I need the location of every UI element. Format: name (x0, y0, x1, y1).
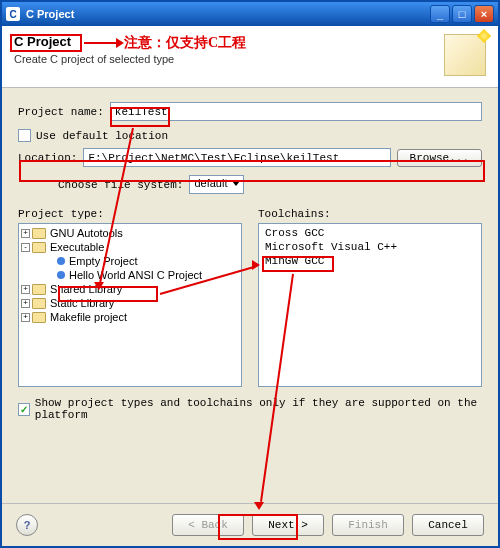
use-default-location-label: Use default location (36, 130, 168, 142)
expand-icon[interactable]: + (21, 313, 30, 322)
tree-node-hello-world[interactable]: Hello World ANSI C Project (69, 269, 202, 281)
toolchains-label: Toolchains: (258, 208, 482, 220)
project-type-label: Project type: (18, 208, 242, 220)
minimize-button[interactable]: _ (430, 5, 450, 23)
project-name-input[interactable] (110, 102, 482, 121)
show-supported-only-label: Show project types and toolchains only i… (35, 397, 482, 421)
project-type-tree[interactable]: +GNU Autotools -Executable Empty Project… (18, 223, 242, 387)
finish-button[interactable]: Finish (332, 514, 404, 536)
file-system-label: Choose file system: (58, 179, 183, 191)
folder-icon (32, 312, 46, 323)
tree-node-executable[interactable]: Executable (50, 241, 104, 253)
collapse-icon[interactable]: - (21, 243, 30, 252)
folder-icon (32, 298, 46, 309)
wizard-icon (444, 34, 486, 76)
location-input[interactable] (83, 148, 390, 167)
page-title: C Project (14, 34, 71, 49)
tree-node-static-library[interactable]: Static Library (50, 297, 114, 309)
folder-icon (32, 228, 46, 239)
tree-node-gnu[interactable]: GNU Autotools (50, 227, 123, 239)
dialog-header: C Project Create C project of selected t… (2, 26, 498, 88)
window-title: C Project (26, 8, 430, 20)
back-button[interactable]: < Back (172, 514, 244, 536)
titlebar: C C Project _ □ × (2, 2, 498, 26)
project-name-label: Project name: (18, 106, 104, 118)
use-default-location-checkbox[interactable] (18, 129, 31, 142)
close-button[interactable]: × (474, 5, 494, 23)
toolchain-msvc[interactable]: Microsoft Visual C++ (261, 240, 479, 254)
help-button[interactable]: ? (16, 514, 38, 536)
bullet-icon (57, 257, 65, 265)
toolchain-cross-gcc[interactable]: Cross GCC (261, 226, 479, 240)
bullet-icon (57, 271, 65, 279)
expand-icon[interactable]: + (21, 299, 30, 308)
expand-icon[interactable]: + (21, 229, 30, 238)
tree-node-shared-library[interactable]: Shared Library (50, 283, 122, 295)
next-button[interactable]: Next > (252, 514, 324, 536)
toolchains-list[interactable]: Cross GCC Microsoft Visual C++ MinGW GCC (258, 223, 482, 387)
location-label: Location: (18, 152, 77, 164)
maximize-button[interactable]: □ (452, 5, 472, 23)
browse-button[interactable]: Browse... (397, 149, 482, 167)
file-system-select[interactable]: default (189, 175, 244, 194)
cancel-button[interactable]: Cancel (412, 514, 484, 536)
page-subtitle: Create C project of selected type (14, 53, 486, 65)
toolchain-mingw[interactable]: MinGW GCC (261, 254, 479, 268)
folder-icon (32, 284, 46, 295)
app-icon: C (6, 7, 20, 21)
folder-icon (32, 242, 46, 253)
show-supported-only-checkbox[interactable] (18, 403, 30, 416)
tree-node-makefile[interactable]: Makefile project (50, 311, 127, 323)
tree-node-empty-project[interactable]: Empty Project (69, 255, 137, 267)
expand-icon[interactable]: + (21, 285, 30, 294)
